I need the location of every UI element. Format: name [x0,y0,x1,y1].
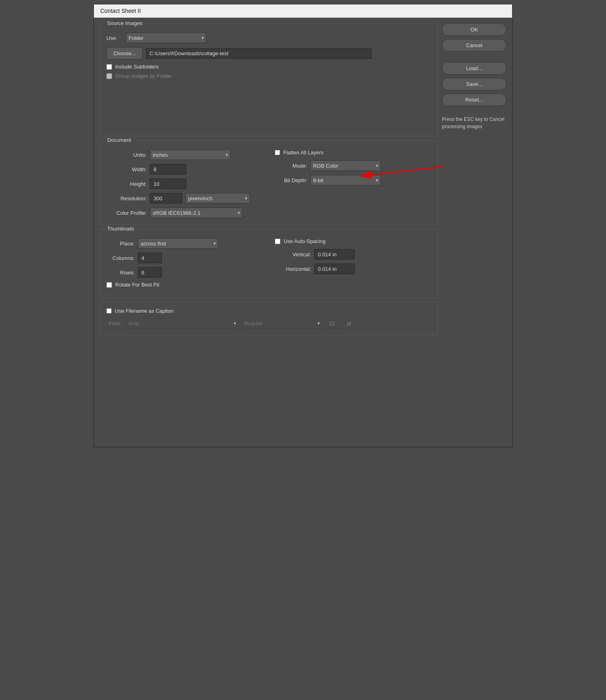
resolution-unit-select[interactable]: pixels/inch pixels/cm [185,193,250,204]
title-bar: Contact Sheet II [94,4,512,18]
auto-spacing-row: Use Auto-Spacing [275,238,431,244]
thumbnails-title: Thumbnails [106,226,136,232]
color-profile-select[interactable]: sRGB IEC61966-2.1 [150,208,243,218]
place-select[interactable]: across first down first [138,238,218,249]
choose-button[interactable]: Choose... [106,47,143,60]
thumbnails-left: Place: across first down first Columns: [106,238,263,291]
pt-label: pt [347,320,351,326]
width-input[interactable] [150,164,186,174]
caption-font-row: Font: Arial Regular pt [106,318,431,328]
include-subfolders-checkbox[interactable] [106,64,112,70]
caption-header-row: Use Filename as Caption [106,308,431,314]
auto-spacing-checkbox[interactable] [275,239,280,244]
resolution-input[interactable] [150,193,182,204]
thumbnails-right: Use Auto-Spacing Vertical: Horizontal: [275,238,431,291]
path-input[interactable] [146,48,371,59]
font-style-select[interactable]: Regular [242,318,322,328]
group-images-checkbox[interactable] [106,73,112,79]
vertical-input[interactable] [314,249,355,260]
rotate-row: Rotate For Best Fit [106,282,263,288]
flatten-checkbox[interactable] [275,150,280,155]
units-select-wrapper: inches cm px [150,150,230,160]
info-text: Press the ESC key to Cancel processing i… [442,116,506,130]
mode-label: Mode: [275,163,307,169]
caption-section: Use Filename as Caption Font: Arial Regu… [100,302,438,335]
columns-label: Columns: [106,255,135,261]
horizontal-label: Horizontal: [275,266,311,272]
cancel-button[interactable]: Cancel [442,39,506,52]
flatten-row: Flatten All Layers [275,150,431,156]
bit-depth-wrapper: 8-bit 16-bit 32-bit [310,175,381,185]
document-right-col: Flatten All Layers Mode: RGB Color Grays… [275,150,431,218]
use-select[interactable]: Folder [126,33,206,43]
auto-spacing-label: Use Auto-Spacing [284,238,326,244]
group-images-row: Group Images by Folder [106,73,431,79]
group-images-label: Group Images by Folder [115,73,172,79]
place-label: Place: [106,241,135,247]
dialog-window: Contact Sheet II Source Images Use: Fold… [93,4,513,447]
units-label: Units: [106,152,147,158]
columns-input[interactable] [138,253,162,263]
rows-label: Rows: [106,270,135,276]
dialog-title: Contact Sheet II [100,8,141,14]
document-title: Document [106,137,133,143]
rotate-label: Rotate For Best Fit [115,282,159,288]
horizontal-input[interactable] [314,264,355,274]
mode-select[interactable]: RGB Color Grayscale Bitmap [310,160,381,171]
source-images-section: Source Images Use: Folder Choose... In [100,23,438,136]
font-style-wrapper: Regular [242,318,322,328]
document-left-col: Units: inches cm px Width: [106,150,263,218]
rotate-checkbox[interactable] [106,282,112,288]
bit-depth-label: Bit Depth: [275,177,307,183]
height-input[interactable] [150,179,186,189]
width-label: Width: [106,166,147,172]
font-wrapper: Arial [126,318,239,328]
flatten-label: Flatten All Layers [283,150,324,156]
caption-title: Use Filename as Caption [115,308,174,314]
thumbnails-section: Thumbnails Place: across first down firs… [100,229,438,298]
bit-depth-select[interactable]: 8-bit 16-bit 32-bit [310,175,381,185]
include-subfolders-row: Include Subfolders [106,64,431,70]
resolution-unit-wrapper: pixels/inch pixels/cm [185,193,250,204]
height-label: Height: [106,181,147,187]
units-select[interactable]: inches cm px [150,150,230,160]
use-select-wrapper: Folder [126,33,206,43]
font-select[interactable]: Arial [126,318,239,328]
caption-checkbox[interactable] [106,308,112,314]
include-subfolders-label: Include Subfolders [115,64,159,70]
ok-button[interactable]: OK [442,23,506,36]
resolution-label: Resolution: [106,195,147,201]
sidebar: OK Cancel Load... Save... Reset... Press… [442,23,506,335]
source-images-title: Source Images [106,20,144,26]
font-size-input[interactable] [326,318,344,328]
color-profile-wrapper: sRGB IEC61966-2.1 [150,208,243,218]
save-button[interactable]: Save... [442,78,506,90]
load-button[interactable]: Load... [442,62,506,75]
use-label: Use: [106,35,122,41]
rows-input[interactable] [138,267,162,278]
mode-wrapper: RGB Color Grayscale Bitmap [310,160,381,171]
document-section: Document Units: [100,140,438,225]
vertical-label: Vertical: [275,251,311,258]
place-wrapper: across first down first [138,238,218,249]
reset-button[interactable]: Reset... [442,93,506,106]
main-content: Source Images Use: Folder Choose... In [100,23,438,335]
color-profile-label: Color Profile: [106,210,147,216]
font-label: Font: [109,320,121,326]
